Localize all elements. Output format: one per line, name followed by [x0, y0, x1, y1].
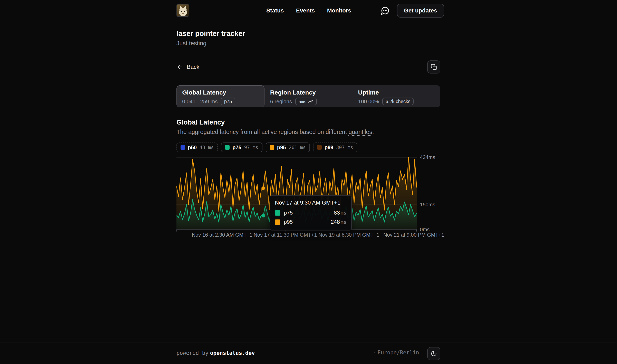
x-axis-label-2: Nov 17 at 11:30 PM GMT+1 [254, 232, 317, 238]
feedback-chat-button[interactable] [381, 6, 390, 15]
y-axis-label-min: 0ms [420, 227, 430, 233]
nav-link-status[interactable]: Status [266, 7, 284, 14]
tab-region-latency[interactable]: Region Latency 6 regions ams [264, 85, 353, 107]
chart-tooltip: Nov 17 at 9:30 AM GMT+1 p75 83 ms p95 24… [270, 195, 352, 231]
nav-link-events[interactable]: Events [296, 7, 315, 14]
p75-hover-dot [262, 214, 265, 217]
tooltip-row-p75: p75 83 ms [275, 210, 346, 216]
logo-image[interactable] [176, 4, 189, 17]
section-description: The aggregated latency from all active r… [176, 129, 374, 135]
timezone-display: Europe/Berlin [374, 350, 419, 356]
legend-p95[interactable]: p95 261 ms [266, 143, 310, 152]
message-bubble-icon [381, 6, 390, 15]
p75-badge: p75 [221, 98, 235, 105]
x-axis-label-4: Nov 21 at 9:00 PM GMT+1 [383, 232, 444, 238]
x-axis-label-3: Nov 19 at 8:30 PM GMT+1 [318, 232, 379, 238]
tooltip-row-p95: p95 248 ms [275, 219, 346, 225]
arrow-left-icon [176, 64, 183, 70]
tab-value: 6 regions [270, 98, 292, 105]
p75-swatch [275, 210, 280, 216]
p50-swatch [181, 145, 185, 150]
top-nav: Status Events Monitors Get updates [0, 0, 617, 21]
copy-icon [431, 64, 437, 70]
powered-by: powered byopenstatus.dev [176, 350, 255, 356]
nav-links: Status Events Monitors [266, 0, 351, 21]
openstatus-link[interactable]: openstatus.dev [210, 350, 255, 356]
theme-toggle-button[interactable] [427, 347, 440, 360]
get-updates-button[interactable]: Get updates [397, 4, 444, 18]
tab-uptime[interactable]: Uptime 100.00% 6.2k checks [352, 85, 440, 107]
back-link[interactable]: Back [176, 64, 199, 70]
trending-up-icon [308, 99, 314, 104]
tab-value: 0.041 - 259 ms [182, 98, 218, 105]
cat-logo-icon [177, 4, 189, 17]
status-page: Status Events Monitors Get updates laser… [0, 0, 617, 364]
quantiles-link[interactable]: quantiles [349, 129, 372, 135]
section-title: Global Latency [176, 118, 225, 126]
nav-link-monitors[interactable]: Monitors [327, 7, 351, 14]
p95-swatch [275, 220, 280, 225]
tab-title: Region Latency [270, 89, 352, 96]
legend-p75[interactable]: p75 97 ms [221, 143, 262, 152]
footer: powered byopenstatus.dev Europe/Berlin [0, 343, 617, 364]
metric-tabs: Global Latency 0.041 - 259 ms p75 Region… [176, 85, 440, 107]
page-subtitle: Just testing [176, 40, 207, 47]
p95-swatch [270, 145, 274, 150]
x-axis-label-1: Nov 16 at 2:30 AM GMT+1 [192, 232, 252, 238]
copy-link-button[interactable] [427, 60, 440, 74]
tab-title: Global Latency [182, 89, 264, 96]
y-axis-label-max: 434ms [420, 154, 435, 160]
legend-p99[interactable]: p99 307 ms [313, 143, 357, 152]
p99-swatch [317, 145, 322, 150]
clock-icon [374, 350, 375, 355]
back-label: Back [187, 64, 199, 70]
legend-p50[interactable]: p50 43 ms [176, 143, 218, 152]
tooltip-title: Nov 17 at 9:30 AM GMT+1 [275, 200, 346, 206]
page-title: laser pointer tracker [176, 29, 245, 38]
checks-badge: 6.2k checks [382, 98, 414, 105]
tab-global-latency[interactable]: Global Latency 0.041 - 259 ms p75 [176, 85, 264, 107]
moon-icon [431, 351, 437, 357]
tab-value: 100.00% [358, 98, 379, 105]
y-axis-label-mid: 150ms [420, 202, 435, 208]
chart-legend: p50 43 ms p75 97 ms p95 261 ms p99 307 m… [176, 143, 357, 152]
region-badge: ams [295, 98, 317, 105]
p75-swatch [225, 145, 230, 150]
tab-title: Uptime [358, 89, 440, 96]
p95-hover-dot [262, 186, 265, 190]
